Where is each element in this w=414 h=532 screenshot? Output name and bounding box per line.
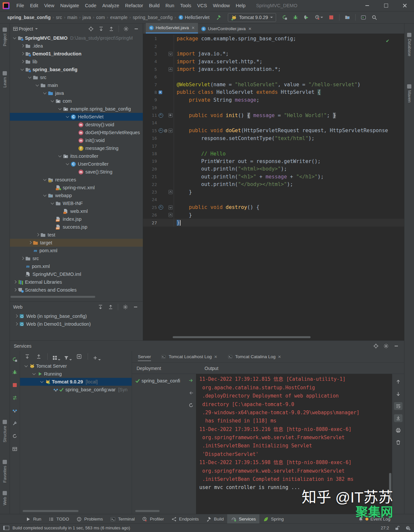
close-icon[interactable]: ✕ xyxy=(214,355,217,359)
bottom-tab-spring[interactable]: Spring xyxy=(259,514,287,524)
fold-marker-icon[interactable] xyxy=(168,129,173,133)
override-icon[interactable] xyxy=(159,113,163,118)
clear-console-button[interactable] xyxy=(394,439,402,446)
close-icon[interactable]: ✕ xyxy=(278,355,281,359)
services-tree-scrollbar[interactable] xyxy=(23,510,78,512)
chevron-expanded-icon[interactable] xyxy=(50,201,55,206)
tree-item[interactable]: example.spring_base_config xyxy=(10,105,143,113)
web-settings-button[interactable] xyxy=(121,303,129,311)
code-line[interactable]: 9 private String message; xyxy=(143,96,404,104)
chevron-collapsed-icon[interactable] xyxy=(13,321,19,327)
tree-item[interactable]: lib xyxy=(10,58,143,66)
hints-gear-icon[interactable] xyxy=(405,525,411,531)
web-collapse-all-button[interactable] xyxy=(107,303,115,311)
chevron-collapsed-icon[interactable] xyxy=(12,279,18,285)
menu-item-window[interactable]: Window xyxy=(210,3,233,8)
tree-item[interactable]: spring-mvc.xml xyxy=(10,184,143,192)
code-line[interactable]: 21 out.println("<h1>" + message + "</h1>… xyxy=(143,173,404,180)
tree-item[interactable]: web.xml xyxy=(10,207,143,215)
debug-server-button[interactable] xyxy=(11,368,19,376)
debug-button[interactable] xyxy=(292,13,299,21)
related-symbol-icon[interactable] xyxy=(159,91,162,94)
chevron-collapsed-icon[interactable] xyxy=(34,232,40,237)
chevron-expanded-icon[interactable] xyxy=(42,193,48,198)
chevron-collapsed-icon[interactable] xyxy=(19,59,25,64)
breadcrumb-item[interactable]: example xyxy=(110,15,127,20)
code-line[interactable]: 27} xyxy=(143,219,404,226)
services-tree-item[interactable]: Tomcat Server xyxy=(20,362,132,370)
server-tab-tomcat-localhost-log[interactable]: Tomcat Localhost Log✕ xyxy=(161,351,217,362)
deploy-button[interactable] xyxy=(187,377,195,384)
refresh-button[interactable] xyxy=(11,432,19,440)
code-line[interactable]: 16 response.setContentType("text/html"); xyxy=(143,134,404,142)
collapse-all-button[interactable] xyxy=(107,25,115,33)
svc-expand-all-button[interactable] xyxy=(23,353,31,360)
tool-window-toggle-icon[interactable] xyxy=(3,526,9,530)
menu-item-vcs[interactable]: VCS xyxy=(194,3,210,8)
code-line[interactable]: 6 xyxy=(143,73,404,81)
project-structure-button[interactable] xyxy=(343,13,351,21)
tool-window-tab-project[interactable]: Project xyxy=(0,28,10,46)
menu-item-run[interactable]: Run xyxy=(163,3,177,8)
build-artifacts-button[interactable] xyxy=(11,407,19,415)
server-output-console[interactable]: 11-Dec-2022 17:39:12.815 信息 [Catalina-ut… xyxy=(196,374,392,514)
tool-window-tab-web[interactable]: Web xyxy=(0,491,10,505)
chevron-expanded-icon[interactable] xyxy=(19,67,25,72)
chevron-collapsed-icon[interactable] xyxy=(19,256,25,261)
fold-marker-icon[interactable] xyxy=(168,213,173,217)
code-line[interactable]: 18 // Hello xyxy=(143,150,404,157)
fold-marker-icon[interactable] xyxy=(168,52,173,56)
search-everywhere-button[interactable] xyxy=(370,13,378,21)
tree-item[interactable]: destroy():void xyxy=(10,121,143,129)
scroll-up-button[interactable] xyxy=(394,378,402,386)
rerun-server-button[interactable] xyxy=(11,356,19,363)
editor-tab-helloservlet-java[interactable]: HelloServlet.java✕ xyxy=(146,23,198,33)
tree-item[interactable]: HelloServlet xyxy=(10,113,143,121)
layout-button[interactable] xyxy=(11,445,19,453)
chevron-collapsed-icon[interactable] xyxy=(13,314,19,319)
fold-marker-icon[interactable] xyxy=(168,205,173,210)
services-tree-item[interactable]: spring_base_config:war[Syn xyxy=(20,386,132,394)
tree-item[interactable]: test xyxy=(10,231,143,239)
tree-item[interactable]: main xyxy=(10,81,143,89)
caret-position[interactable]: 27:2 xyxy=(381,525,389,530)
tree-item[interactable]: Scratches and Consoles xyxy=(10,286,143,294)
tool-window-tab-favorites[interactable]: Favorites xyxy=(0,460,10,482)
tool-window-tab-learn[interactable]: Learn xyxy=(0,71,10,88)
chevron-expanded-icon[interactable] xyxy=(31,371,37,377)
fold-marker-icon[interactable] xyxy=(168,67,173,72)
breadcrumb-item[interactable]: spring_base_config xyxy=(133,15,172,20)
code-line[interactable]: 24 xyxy=(143,196,404,203)
tree-item[interactable]: save():String xyxy=(10,168,143,176)
code-line[interactable]: 2 xyxy=(143,42,404,50)
tree-item[interactable]: Demo01_introduction xyxy=(10,50,143,58)
server-tab-tomcat-catalina-log[interactable]: Tomcat Catalina Log✕ xyxy=(227,351,281,362)
tree-item[interactable]: doGet(HttpServletReques xyxy=(10,129,143,136)
breadcrumb-item[interactable]: main xyxy=(67,15,77,20)
web-hide-button[interactable] xyxy=(132,303,140,311)
code-line[interactable]: 11 public void init() { message = "Hello… xyxy=(143,112,404,119)
tree-item[interactable]: UserController xyxy=(10,160,143,168)
menu-item-edit[interactable]: Edit xyxy=(27,3,41,8)
tree-item[interactable]: message:String xyxy=(10,144,143,152)
code-line[interactable]: 14 xyxy=(143,119,404,127)
soft-wrap-toggle[interactable] xyxy=(394,402,403,410)
menu-item-help[interactable]: Help xyxy=(233,3,249,8)
services-tree-item[interactable]: Tomcat 9.0.29[local] xyxy=(20,378,132,386)
build-hammer-button[interactable] xyxy=(215,13,223,21)
tree-item[interactable]: src xyxy=(10,255,143,262)
tree-item[interactable]: java xyxy=(10,89,143,97)
services-hide-button[interactable] xyxy=(392,342,400,350)
chevron-collapsed-icon[interactable] xyxy=(12,287,18,293)
tree-item[interactable]: init():void xyxy=(10,136,143,144)
fold-marker-icon[interactable] xyxy=(168,113,173,117)
chevron-expanded-icon[interactable] xyxy=(65,114,71,119)
tool-window-tab-maven[interactable]: Maven xyxy=(404,84,414,103)
tree-item[interactable]: index.jsp xyxy=(10,215,143,223)
minimize-button[interactable] xyxy=(358,0,377,11)
menu-item-file[interactable]: File xyxy=(13,3,27,8)
deployment-item[interactable]: spring_base_confi xyxy=(132,377,186,385)
undeploy-button[interactable] xyxy=(187,389,195,397)
event-log-button[interactable]: Event Log xyxy=(358,516,390,522)
locate-file-button[interactable] xyxy=(87,25,95,33)
